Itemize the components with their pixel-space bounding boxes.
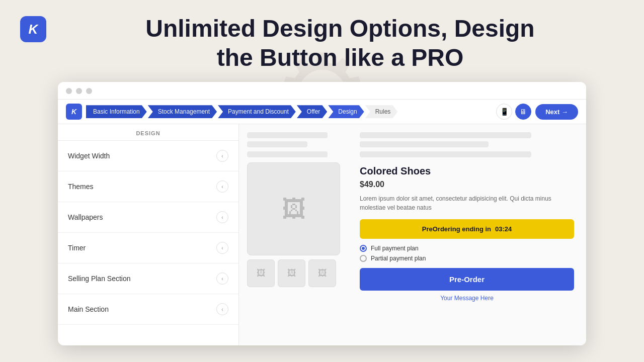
thumb-icon-2: 🖼 [287, 268, 296, 279]
window-dot-2 [76, 88, 82, 94]
info-skeleton-2 [360, 141, 489, 147]
window-dot-3 [86, 88, 92, 94]
desktop-icon: 🖥 [520, 108, 527, 116]
thumbnail-2[interactable]: 🖼 [278, 259, 305, 287]
thumb-icon-1: 🖼 [257, 268, 266, 279]
step-basic-info[interactable]: Basic Information [86, 105, 147, 118]
radio-partial-icon [360, 255, 367, 262]
sidebar-item-wallpapers-label: Wallpapers [68, 213, 103, 221]
payment-option-partial[interactable]: Partial payment plan [360, 255, 574, 262]
page-header: K Unlimited Design Options, Design the B… [0, 0, 644, 82]
nav-device-icons: 📱 🖥 [496, 104, 531, 120]
step-payment-discount[interactable]: Payment and Discount [218, 105, 296, 118]
sidebar-arrow-main-section: ‹ [216, 303, 228, 315]
product-name: Colored Shoes [360, 165, 574, 177]
preorder-banner: PreOrdering ending in 03:24 [360, 219, 574, 239]
sidebar-item-themes[interactable]: Themes ‹ [58, 171, 238, 202]
step-offer[interactable]: Offer [297, 105, 327, 118]
payment-options: Full payment plan Partial payment plan [360, 245, 574, 262]
sidebar-title: DESIGN [58, 124, 238, 141]
product-info: Colored Shoes $49.00 Lorem ipsum dolor s… [356, 132, 578, 337]
sidebar-item-timer[interactable]: Timer ‹ [58, 233, 238, 263]
preorder-banner-text: PreOrdering ending in [422, 225, 491, 233]
sidebar: DESIGN Widget Width ‹ Themes ‹ Wallpaper… [58, 124, 239, 345]
sidebar-arrow-themes: ‹ [216, 180, 228, 193]
product-placeholder-icon: 🖼 [282, 195, 306, 223]
sidebar-item-main-section-label: Main Section [68, 305, 109, 313]
app-window: K Basic Information Stock Management Pay… [58, 82, 586, 345]
sidebar-item-wallpapers[interactable]: Wallpapers ‹ [58, 202, 238, 233]
preview-area: 🖼 🖼 🖼 🖼 [239, 124, 586, 345]
headline-text: Unlimited Design Options, Design the But… [56, 14, 624, 72]
logo-badge: K [20, 16, 46, 42]
skeleton-1 [247, 132, 328, 138]
skeleton-2 [247, 141, 307, 147]
main-content: DESIGN Widget Width ‹ Themes ‹ Wallpaper… [58, 124, 586, 345]
preorder-button[interactable]: Pre-Order [360, 268, 574, 291]
info-skeleton-3 [360, 151, 531, 157]
thumb-icon-3: 🖼 [318, 268, 327, 279]
nav-bar: K Basic Information Stock Management Pay… [58, 100, 586, 124]
logo-letter: K [29, 22, 38, 37]
info-skeleton-1 [360, 132, 531, 138]
mobile-icon: 📱 [500, 108, 509, 116]
sidebar-item-widget-width[interactable]: Widget Width ‹ [58, 141, 238, 171]
step-rules[interactable]: Rules [365, 105, 398, 118]
sidebar-arrow-wallpapers: ‹ [216, 211, 228, 223]
step-stock-management[interactable]: Stock Management [148, 105, 217, 118]
desktop-view-button[interactable]: 🖥 [515, 104, 531, 120]
product-price: $49.00 [360, 180, 574, 189]
window-dot-1 [66, 88, 72, 94]
window-dots [66, 88, 578, 94]
headline: Unlimited Design Options, Design the But… [56, 14, 624, 72]
preorder-timer: 03:24 [495, 225, 512, 233]
mobile-view-button[interactable]: 📱 [496, 104, 512, 120]
thumbnail-1[interactable]: 🖼 [247, 259, 275, 287]
main-product-image: 🖼 [247, 162, 340, 255]
payment-partial-label: Partial payment plan [371, 255, 426, 262]
your-message-link[interactable]: Your Message Here [360, 295, 574, 302]
nav-steps: Basic Information Stock Management Payme… [86, 105, 492, 118]
sidebar-item-themes-label: Themes [68, 183, 94, 191]
step-design[interactable]: Design [328, 105, 364, 118]
sidebar-item-timer-label: Timer [68, 244, 86, 252]
sidebar-item-widget-width-label: Widget Width [68, 152, 110, 160]
product-description: Lorem ipsum dolor sit amet, consectetur … [360, 194, 574, 212]
next-button[interactable]: Next → [535, 104, 578, 120]
sidebar-item-selling-plan[interactable]: Selling Plan Section ‹ [58, 263, 238, 294]
window-chrome [58, 82, 586, 100]
sidebar-item-main-section[interactable]: Main Section ‹ [58, 294, 238, 325]
sidebar-arrow-timer: ‹ [216, 242, 228, 254]
radio-full-icon [360, 245, 367, 252]
skeleton-3 [247, 151, 328, 157]
product-images: 🖼 🖼 🖼 🖼 [247, 132, 348, 337]
sidebar-item-selling-plan-label: Selling Plan Section [68, 275, 131, 283]
sidebar-arrow-selling-plan: ‹ [216, 273, 228, 285]
sidebar-arrow-widget-width: ‹ [216, 150, 228, 162]
thumbnail-row: 🖼 🖼 🖼 [247, 259, 348, 287]
nav-logo: K [66, 104, 82, 120]
payment-option-full[interactable]: Full payment plan [360, 245, 574, 252]
payment-full-label: Full payment plan [371, 245, 419, 252]
thumbnail-3[interactable]: 🖼 [308, 259, 336, 287]
